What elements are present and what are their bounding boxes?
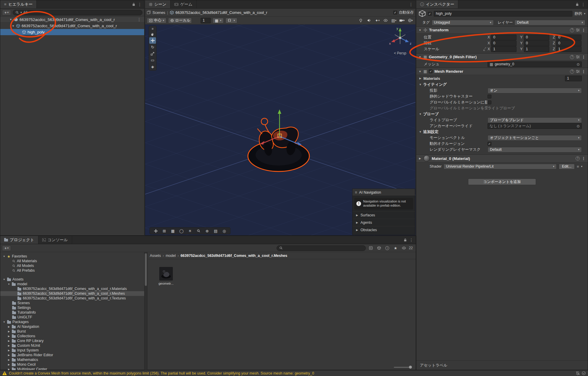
favorites-all-models[interactable]: All Models: [0, 263, 144, 268]
dynamic-occlusion-checkbox[interactable]: ✓: [488, 142, 491, 146]
grid-size-field[interactable]: [201, 18, 211, 23]
tab-hierarchy[interactable]: ≡ ヒエラルキー: [0, 0, 37, 8]
layer-dropdown[interactable]: Default▾: [514, 20, 585, 25]
rect-tool-icon[interactable]: ▭: [149, 57, 156, 63]
tab-inspector[interactable]: i インスペクター: [416, 0, 458, 8]
presets-icon[interactable]: [576, 55, 580, 59]
meshes-folder-row[interactable]: 6639752acdcc_563d9d471d6f_Comes_with_a_c…: [0, 291, 144, 296]
unigltf-folder-row[interactable]: UniGLTF: [0, 315, 144, 320]
scene-menu-icon[interactable]: ⋮: [409, 2, 413, 7]
presets-icon[interactable]: [576, 70, 580, 73]
materials-row[interactable]: ▶ Materials 1: [416, 75, 588, 82]
motion-vectors-dropdown[interactable]: オブジェクトモーションごと▾: [488, 135, 582, 141]
favorites-all-materials[interactable]: All Materials: [0, 259, 144, 263]
info-icon[interactable]: i: [384, 245, 391, 251]
lock-icon[interactable]: [576, 2, 579, 6]
help-icon[interactable]: ?: [570, 55, 574, 59]
rotate-tool-icon[interactable]: ↻: [149, 44, 156, 50]
tab-console[interactable]: コンソール: [38, 236, 72, 244]
scrollbar-thumb[interactable]: [145, 253, 147, 286]
camera-settings-dropdown-icon[interactable]: ▾: [399, 17, 405, 23]
hand-tool-icon[interactable]: [149, 31, 156, 37]
help-icon[interactable]: ?: [576, 156, 580, 161]
asset-labels-bar[interactable]: アセットラベル: [416, 360, 588, 370]
link-scale-icon[interactable]: [483, 47, 486, 51]
background-tasks-icon[interactable]: [582, 371, 586, 375]
mesh-object-field[interactable]: ▦ geometry_0 ⊙: [488, 61, 582, 67]
package-row[interactable]: ▶Mathematics: [0, 357, 144, 362]
component-filter-dropdown-icon[interactable]: ▤▾: [391, 17, 397, 23]
hidden-count-eye-icon[interactable]: [401, 245, 407, 251]
gizmos-dropdown-icon[interactable]: ▾: [407, 17, 414, 23]
toolstrip-handle-icon[interactable]: ≡: [149, 27, 156, 31]
object-picker-icon[interactable]: ⊙: [577, 62, 580, 67]
scenes-folder-row[interactable]: Scenes: [0, 301, 144, 305]
static-dropdown-icon[interactable]: ▾: [584, 12, 585, 15]
scene-viewport[interactable]: y x z < Persp ≡ ↻ ▭ ◈: [145, 25, 415, 235]
crumb-model[interactable]: model: [166, 254, 176, 258]
search-filter-icon[interactable]: [368, 245, 374, 251]
mesh-renderer-header[interactable]: ▼ ▦ ✓ Mesh Renderer ? ⋮: [416, 68, 588, 75]
package-visibility-icon[interactable]: [376, 245, 382, 251]
hierarchy-highpoly-row[interactable]: high_poly: [0, 29, 144, 35]
pan-tool-icon[interactable]: [152, 228, 159, 234]
tutorialinfo-folder-row[interactable]: TutorialInfo: [0, 310, 144, 315]
perspective-label[interactable]: < Persp: [394, 51, 406, 55]
shader-menu-icon[interactable]: ≡: [577, 164, 579, 169]
static-caster-checkbox[interactable]: [488, 95, 491, 98]
handle-orientation-dropdown[interactable]: ローカル▾: [168, 18, 192, 23]
scale-z-field[interactable]: [556, 46, 581, 52]
component-menu-icon[interactable]: ⋮: [581, 28, 586, 33]
pivot-grid-icon[interactable]: ⊞: [161, 228, 168, 234]
settings-folder-row[interactable]: Settings: [0, 305, 144, 310]
project-tree-scrollbar[interactable]: [144, 252, 147, 370]
shader-menu-caret[interactable]: ▾: [581, 165, 582, 168]
compass-icon[interactable]: ◎: [221, 228, 228, 234]
effects-dropdown-icon[interactable]: ✦▾: [374, 17, 381, 23]
foldout-icon[interactable]: ▼: [9, 18, 12, 21]
package-row[interactable]: ▶JetBrains Rider Editor: [0, 353, 144, 357]
notifications-muted-icon[interactable]: [576, 371, 580, 375]
scale-x-field[interactable]: [491, 46, 516, 52]
tab-project[interactable]: プロジェクト: [0, 236, 38, 244]
sun-icon[interactable]: ☀: [187, 228, 193, 234]
textures-folder-row[interactable]: 6639752acdcc_563d9d471d6f_Comes_with_a_c…: [0, 296, 144, 301]
object-name-field[interactable]: [434, 11, 572, 17]
project-search[interactable]: [277, 245, 366, 251]
tab-scene[interactable]: シーン: [145, 0, 170, 8]
active-checkbox[interactable]: ✓: [428, 12, 432, 16]
transform-header[interactable]: ▼ Transform ? ⋮: [416, 26, 588, 34]
rendering-layer-dropdown[interactable]: Default▾: [488, 147, 582, 153]
package-row[interactable]: ▶Custom NUnit: [0, 343, 144, 348]
package-row[interactable]: ▶AI Navigation: [0, 324, 144, 329]
component-menu-icon[interactable]: ⋮: [581, 156, 586, 161]
anchor-object-field[interactable]: なし (トランスフォーム)⊙: [488, 123, 582, 129]
lock-icon[interactable]: [132, 2, 135, 6]
position-z-field[interactable]: [556, 35, 581, 40]
asset-grid[interactable]: geometr...: [147, 259, 416, 364]
light-probes-dropdown[interactable]: プローブをブレンド▾: [488, 117, 582, 123]
visibility-toggle-icon[interactable]: [382, 17, 389, 23]
package-row[interactable]: ▶Core RP Library: [0, 338, 144, 343]
probes-section[interactable]: ▼プローブ: [416, 111, 588, 117]
ai-navigation-header[interactable]: ≡ AI Navigation: [353, 189, 415, 196]
hierarchy-search-input[interactable]: [23, 10, 140, 14]
hierarchy-prefab-row[interactable]: ▼ 6639752acdcc_563d9d471d6f_Comes_with_a…: [0, 23, 144, 29]
rotation-x-field[interactable]: [491, 40, 516, 46]
inspector-menu-icon[interactable]: ⋮: [581, 2, 585, 7]
move-tool-icon[interactable]: [149, 37, 156, 44]
additional-settings-section[interactable]: ▼追加設定: [416, 129, 588, 135]
object-picker-icon[interactable]: ⊙: [577, 124, 580, 128]
position-y-field[interactable]: [524, 35, 549, 40]
gi-influence-checkbox[interactable]: [488, 101, 491, 104]
audio-toggle-icon[interactable]: [366, 17, 372, 23]
project-menu-icon[interactable]: ⋮: [409, 238, 413, 242]
add-object-button[interactable]: +▾: [2, 10, 11, 15]
ai-nav-agents[interactable]: ▶Agents: [353, 219, 415, 226]
rotation-y-field[interactable]: [524, 40, 549, 46]
grid-visual-dropdown[interactable]: ▦▾: [212, 18, 224, 23]
breadcrumb-root[interactable]: Scenes: [152, 10, 165, 15]
thumbnail-size-slider[interactable]: [394, 367, 412, 368]
material-header[interactable]: ▶ Material_0 (Material) ? ⋮: [416, 154, 588, 163]
position-x-field[interactable]: [491, 35, 516, 40]
